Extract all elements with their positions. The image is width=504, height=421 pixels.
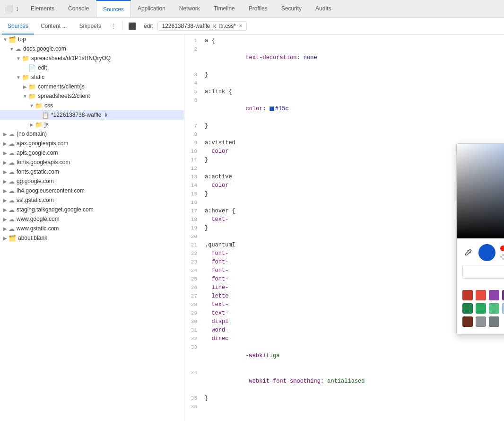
tab-elements[interactable]: Elements <box>24 0 61 18</box>
tree-item-top[interactable]: ▼ 🗂️ top <box>0 35 184 44</box>
code-line-5: 5 a:link { <box>184 88 504 96</box>
subtab-content[interactable]: Content ... <box>35 18 72 35</box>
subtab-sources[interactable]: Sources <box>2 18 34 35</box>
tree-item-static[interactable]: ▼ 📁 static <box>0 72 184 82</box>
tree-item-edit[interactable]: 📄 edit <box>0 63 184 72</box>
tree-item-fonts-apis[interactable]: ▶ ☁ fonts.googleapis.com <box>0 158 184 167</box>
line-number: 28 <box>184 300 201 309</box>
tree-item-fonts-gstatic[interactable]: ▶ ☁ fonts.gstatic.com <box>0 167 184 176</box>
tree-item-apis[interactable]: ▶ ☁ apis.google.com <box>0 148 184 158</box>
tree-label: *1226138738-waffle_k <box>51 112 107 118</box>
code-prop: -webki <box>239 352 266 359</box>
tree-item-docs-google[interactable]: ▼ ☁ docs.google.com <box>0 44 184 53</box>
eyedropper-button[interactable] <box>462 247 474 258</box>
tree-item-gg[interactable]: ▶ ☁ gg.google.com <box>0 176 184 186</box>
color-gradient-canvas[interactable] <box>457 144 504 238</box>
swatch[interactable] <box>489 290 499 300</box>
cloud-icon-lh4: ☁ <box>9 187 15 194</box>
cp-swatches: ▲▼ <box>457 288 504 329</box>
line-number: 8 <box>184 130 201 139</box>
device-icon: ↕ <box>16 0 19 18</box>
subtab-snippets[interactable]: Snippets <box>73 18 107 35</box>
tree-label: lh4.googleusercontent.com <box>17 187 85 194</box>
line-content: } <box>201 70 504 79</box>
line-content: direc <box>201 334 504 343</box>
line-number: 16 <box>184 198 201 207</box>
cp-hex-row: ▲▼ <box>457 263 504 281</box>
tree-item-about-blank[interactable]: ▶ 🗂️ about:blank <box>0 233 184 243</box>
tree-item-www-google[interactable]: ▶ ☁ www.google.com <box>0 214 184 224</box>
toggle-sidebar-icon[interactable]: ⬛ <box>125 22 139 30</box>
file-tab[interactable]: 1226138738-waffle_k_ltr.css* ✕ <box>157 21 247 31</box>
line-number: 12 <box>184 164 201 173</box>
tree-item-spreadsheets[interactable]: ▼ 📁 spreadsheets/d/1P1sRNQryOQ <box>0 53 184 63</box>
color-swatch[interactable] <box>269 106 274 111</box>
swatch[interactable] <box>476 290 486 300</box>
cloud-icon-gg: ☁ <box>9 178 15 185</box>
line-number: 31 <box>184 326 201 334</box>
swatch[interactable] <box>462 290 473 300</box>
folder-icon-css: 📁 <box>35 102 43 109</box>
tree-item-js[interactable]: ▶ 📁 js <box>0 120 184 129</box>
line-content: } <box>201 394 504 403</box>
cursor-icon: ⬜ <box>5 0 13 18</box>
code-punct: : <box>296 54 303 61</box>
arrow-nodomain: ▶ <box>2 132 9 137</box>
tab-sources[interactable]: Sources <box>96 0 131 18</box>
tree-item-comments[interactable]: ▶ 📁 comments/client/js <box>0 82 184 91</box>
alpha-slider[interactable] <box>500 254 504 260</box>
tree-label: staging.talkgadget.google.com <box>17 206 94 213</box>
more-tabs-button[interactable]: ⋮ <box>108 23 119 29</box>
line-number: 6 <box>184 96 201 122</box>
devtools-icon-buttons[interactable]: ⬜ ↕ <box>0 0 24 18</box>
tree-label: css <box>44 102 53 109</box>
code-line-4: 4 <box>184 79 504 88</box>
tree-item-spreadsheets2[interactable]: ▼ 📁 spreadsheets2/client <box>0 91 184 101</box>
tab-audits[interactable]: Audits <box>309 0 338 18</box>
tab-timeline[interactable]: Timeline <box>207 0 242 18</box>
tab-application[interactable]: Application <box>131 0 173 18</box>
swatch[interactable] <box>502 303 504 314</box>
swatch[interactable] <box>489 316 499 327</box>
main-layout: ▼ 🗂️ top ▼ ☁ docs.google.com ▼ 📁 spreads… <box>0 35 504 421</box>
tab-profiles[interactable]: Profiles <box>242 0 275 18</box>
hue-slider[interactable] <box>500 246 504 251</box>
line-number: 11 <box>184 156 201 164</box>
arrow-static: ▼ <box>15 75 22 80</box>
arrow-js: ▶ <box>28 122 35 127</box>
line-content <box>201 79 504 88</box>
tree-label: about:blank <box>18 235 47 241</box>
sub-tabs-bar: Sources Content ... Snippets ⋮ ⬛ edit 12… <box>0 18 504 35</box>
arrow-fonts-apis: ▶ <box>2 160 9 165</box>
tree-item-ajax[interactable]: ▶ ☁ ajax.googleapis.com <box>0 139 184 148</box>
line-content <box>201 403 504 411</box>
hex-input[interactable] <box>462 265 504 279</box>
swatch[interactable] <box>502 290 504 300</box>
tab-security[interactable]: Security <box>275 0 309 18</box>
tree-item-css[interactable]: ▼ 📁 css <box>0 101 184 110</box>
tree-item-ssl[interactable]: ▶ ☁ ssl.gstatic.com <box>0 195 184 205</box>
code-comment: antialiased <box>327 378 365 385</box>
subtab-divider <box>122 21 122 31</box>
line-number: 15 <box>184 190 201 198</box>
tab-console[interactable]: Console <box>61 0 96 18</box>
tree-item-staging[interactable]: ▶ ☁ staging.talkgadget.google.com <box>0 205 184 214</box>
tree-label: ssl.gstatic.com <box>17 197 54 203</box>
swatch[interactable] <box>462 303 473 314</box>
file-close-button[interactable]: ✕ <box>239 23 243 28</box>
tab-network[interactable]: Network <box>173 0 207 18</box>
tree-item-nodomain[interactable]: ▶ ☁ (no domain) <box>0 129 184 139</box>
swatch[interactable] <box>476 316 486 327</box>
swatch[interactable] <box>489 303 499 314</box>
swatch[interactable] <box>476 303 486 314</box>
swatch[interactable] <box>462 316 473 327</box>
line-number: 36 <box>184 403 201 411</box>
line-number: 30 <box>184 317 201 326</box>
tree-item-cssfile[interactable]: 📋 *1226138738-waffle_k <box>0 110 184 120</box>
tree-item-www-gstatic[interactable]: ▶ ☁ www.gstatic.com <box>0 224 184 233</box>
tree-item-lh4[interactable]: ▶ ☁ lh4.googleusercontent.com <box>0 186 184 195</box>
folder-icon-js: 📁 <box>35 121 43 128</box>
folder-icon-spreadsheets2: 📁 <box>28 93 36 100</box>
tree-label: static <box>31 74 44 80</box>
line-content <box>201 130 504 139</box>
